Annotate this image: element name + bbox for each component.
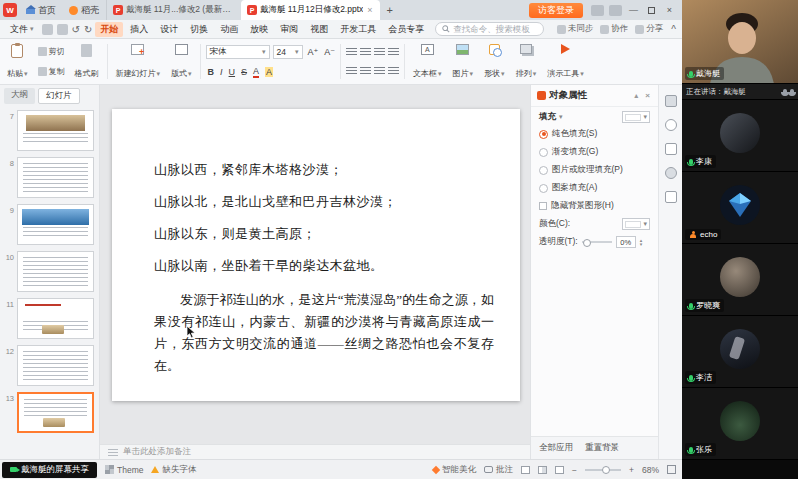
fill-style-dropdown[interactable]: ▾ xyxy=(622,111,650,123)
reset-background-button[interactable]: 重置背景 xyxy=(585,442,619,454)
paste-button[interactable]: 粘贴▾ xyxy=(4,42,31,81)
tab-home[interactable]: 首页 xyxy=(20,0,62,20)
document-tab-2-active[interactable]: P 戴海艇 11月12日修改2.pptx × xyxy=(241,0,380,20)
comment-button[interactable]: 批注 xyxy=(484,464,513,476)
close-panel-icon[interactable]: × xyxy=(643,91,652,100)
ribbon-tab-review[interactable]: 审阅 xyxy=(275,22,303,37)
collaborate-button[interactable]: 协作 xyxy=(600,23,628,35)
notes-bar[interactable]: 单击此处添加备注 xyxy=(100,444,530,459)
slide-thumbnail-10[interactable]: 10 xyxy=(0,249,99,296)
fill-option-pattern[interactable]: 图案填充(A) xyxy=(531,179,658,197)
mic-icon[interactable] xyxy=(783,89,787,95)
increase-indent-icon[interactable] xyxy=(388,48,399,56)
redo-icon[interactable]: ↻ xyxy=(83,24,93,35)
transparency-slider[interactable] xyxy=(582,241,612,243)
bullet-list-icon[interactable] xyxy=(346,48,357,56)
sync-status[interactable]: 未同步 xyxy=(557,23,594,35)
ribbon-tab-view[interactable]: 视图 xyxy=(305,22,333,37)
theme-button[interactable]: Theme xyxy=(105,465,143,475)
bold-button[interactable]: B xyxy=(208,67,215,77)
ribbon-tab-insert[interactable]: 插入 xyxy=(125,22,153,37)
participant-tile-echo[interactable]: echo xyxy=(682,172,798,244)
maximize-button[interactable] xyxy=(643,2,660,18)
hide-background-checkbox[interactable]: 隐藏背景图形(H) xyxy=(531,197,658,215)
font-grow-button[interactable]: A⁺ xyxy=(308,47,319,57)
new-slide-button[interactable]: 新建幻灯片▾ xyxy=(113,42,164,81)
fullscreen-icon[interactable] xyxy=(667,465,676,474)
tab-docer[interactable]: 稻壳 xyxy=(63,0,105,20)
align-left-icon[interactable] xyxy=(346,67,357,75)
slide-canvas[interactable]: 山脉以西，紧邻库木塔格沙漠； 山脉以北，是北山戈壁和巴丹吉林沙漠； 山脉以东，则… xyxy=(100,85,530,444)
new-tab-button[interactable]: + xyxy=(381,4,399,16)
strikethrough-button[interactable]: S xyxy=(241,67,247,77)
collapse-panel-icon[interactable]: ▴ xyxy=(632,91,640,100)
guest-login-button[interactable]: 访客登录 xyxy=(529,3,583,18)
fill-section-header[interactable]: 填充 ▾ ▾ xyxy=(531,107,658,125)
fill-option-picture[interactable]: 图片或纹理填充(P) xyxy=(531,161,658,179)
undo-icon[interactable]: ↺ xyxy=(71,24,81,35)
normal-view-icon[interactable] xyxy=(521,466,530,474)
speaker-icon[interactable] xyxy=(790,89,794,95)
effects-tool-icon[interactable] xyxy=(665,119,677,131)
font-size-select[interactable]: 24▾ xyxy=(273,45,303,59)
slide-thumbnail-12[interactable]: 12 xyxy=(0,343,99,390)
ribbon-tab-design[interactable]: 设计 xyxy=(155,22,183,37)
minimize-button[interactable]: — xyxy=(625,2,642,18)
numbered-list-icon[interactable] xyxy=(360,48,371,56)
underline-button[interactable]: U xyxy=(229,67,236,77)
participant-tile-luo[interactable]: 罗晓爽 xyxy=(682,244,798,316)
participant-tile-zhangle[interactable]: 张乐 xyxy=(682,388,798,460)
align-center-icon[interactable] xyxy=(360,67,371,75)
apps-grid-icon[interactable] xyxy=(609,5,622,16)
font-shrink-button[interactable]: A⁻ xyxy=(324,47,335,57)
ribbon-tab-animation[interactable]: 动画 xyxy=(215,22,243,37)
ribbon-tab-slideshow[interactable]: 放映 xyxy=(245,22,273,37)
print-icon[interactable] xyxy=(57,24,68,35)
ribbon-tab-home[interactable]: 开始 xyxy=(95,22,123,37)
zoom-out-button[interactable]: − xyxy=(572,465,577,475)
current-slide[interactable]: 山脉以西，紧邻库木塔格沙漠； 山脉以北，是北山戈壁和巴丹吉林沙漠； 山脉以东，则… xyxy=(112,109,520,401)
file-menu[interactable]: 文件 ▾ xyxy=(5,23,39,36)
share-button[interactable]: 分享 xyxy=(635,23,663,35)
transparency-stepper[interactable]: ▴ ▾ xyxy=(640,238,643,246)
font-color-button[interactable]: A xyxy=(253,66,259,78)
tab-slides[interactable]: 幻灯片 xyxy=(38,88,80,104)
reading-view-icon[interactable] xyxy=(555,466,564,474)
slide-thumbnail-7[interactable]: 7 xyxy=(0,108,99,155)
highlight-button[interactable]: A xyxy=(265,67,273,77)
search-input[interactable] xyxy=(453,24,537,34)
ribbon-tab-transition[interactable]: 切换 xyxy=(185,22,213,37)
ribbon-tab-member[interactable]: 会员专享 xyxy=(383,22,429,37)
smart-beautify-button[interactable]: 智能美化 xyxy=(433,464,476,476)
arrange-button[interactable]: 排列▾ xyxy=(513,42,540,81)
document-tab-1[interactable]: P 戴海艇 11月...修改2 (最新恢复) xyxy=(106,0,240,20)
copy-button[interactable]: 复制 xyxy=(36,66,67,77)
tab-outline[interactable]: 大纲 xyxy=(4,88,35,104)
picture-button[interactable]: 图片▾ xyxy=(450,42,477,81)
slide-thumbnail-11[interactable]: 11 xyxy=(0,296,99,343)
notification-icon[interactable] xyxy=(591,5,604,16)
fill-option-gradient[interactable]: 渐变填充(G) xyxy=(531,143,658,161)
close-window-button[interactable]: × xyxy=(661,2,678,18)
italic-button[interactable]: I xyxy=(220,67,223,77)
participant-tile-likang[interactable]: 李康 xyxy=(682,100,798,172)
text-tool-icon[interactable] xyxy=(665,167,677,179)
color-dropdown[interactable]: ▾ xyxy=(622,218,650,230)
zoom-slider[interactable] xyxy=(585,469,621,471)
line-spacing-icon[interactable] xyxy=(388,67,399,75)
slide-thumbnail-9[interactable]: 9 xyxy=(0,202,99,249)
align-right-icon[interactable] xyxy=(374,67,385,75)
slide-thumbnail-13-selected[interactable]: 13 xyxy=(0,390,99,437)
apply-all-button[interactable]: 全部应用 xyxy=(539,442,573,454)
cut-button[interactable]: 剪切 xyxy=(36,46,67,57)
slide-thumbnail-8[interactable]: 8 xyxy=(0,155,99,202)
settings-tool-icon[interactable] xyxy=(665,191,677,203)
ribbon-tab-developer[interactable]: 开发工具 xyxy=(335,22,381,37)
save-icon[interactable] xyxy=(42,24,53,35)
size-position-tool-icon[interactable] xyxy=(665,143,677,155)
zoom-in-button[interactable]: + xyxy=(629,465,634,475)
slide-sorter-view-icon[interactable] xyxy=(538,466,547,474)
close-tab-icon[interactable]: × xyxy=(366,5,373,15)
textbox-button[interactable]: A 文本框▾ xyxy=(410,42,445,81)
command-search-box[interactable] xyxy=(435,22,544,36)
